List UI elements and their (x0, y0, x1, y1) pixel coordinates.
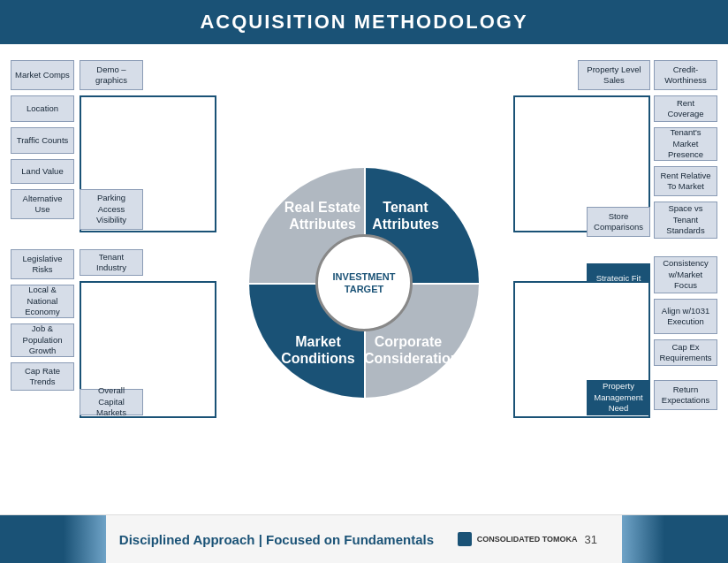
quadrant-tenant: TenantAttributes (366, 199, 445, 232)
box-rent-relative: Rent Relative To Market (654, 166, 717, 196)
box-traffic-counts: Traffic Counts (11, 127, 74, 154)
box-consistency: Consistency w/Market Focus (654, 256, 717, 293)
box-job-population: Job & Population Growth (11, 323, 74, 357)
circle-outer: Real EstateAttributes TenantAttributes M… (249, 168, 479, 398)
footer-tagline: Disciplined Approach | Focused on Fundam… (106, 532, 447, 547)
box-legislative-risks: Legislative Risks (11, 249, 74, 279)
box-local-national: Local & National Economy (11, 285, 74, 318)
box-overall-capital: Overall Capital Markets (80, 389, 143, 415)
footer-left-bar (0, 515, 106, 563)
box-market-comps: Market Comps (11, 60, 74, 90)
box-parking-access: Parking Access Visibility (80, 189, 143, 230)
box-location: Location (11, 95, 74, 122)
quadrant-market: MarketConditions (274, 333, 362, 367)
box-credit-worthiness: Credit- Worthiness (654, 60, 717, 90)
page-header: ACQUISITION METHODOLOGY (0, 0, 728, 44)
box-return-expectations: Return Expectations (654, 380, 717, 410)
logo-icon (458, 532, 472, 546)
footer-logo: CONSOLIDATED TOMOKA (447, 532, 578, 546)
box-rent-coverage: Rent Coverage (654, 95, 717, 122)
logo-text: CONSOLIDATED TOMOKA (477, 535, 578, 544)
main-diagram: Real EstateAttributes TenantAttributes M… (0, 44, 728, 521)
box-cap-ex: Cap Ex Requirements (654, 339, 717, 366)
box-tenants-market: Tenant's Market Presence (654, 127, 717, 161)
box-cap-rate-trends: Cap Rate Trends (11, 362, 74, 391)
quadrant-corporate: CorporateConsiderations (364, 333, 452, 367)
box-demo-graphics: Demo – graphics (80, 60, 143, 90)
box-tenant-industry: Tenant Industry (80, 249, 143, 276)
box-space-vs-tenant: Space vs Tenant Standards (654, 202, 717, 239)
footer-right-bar (622, 515, 728, 563)
footer: Disciplined Approach | Focused on Fundam… (0, 514, 728, 563)
box-store-comparisons: Store Comparisons (587, 207, 650, 237)
box-land-value: Land Value (11, 159, 74, 184)
quadrant-real-estate: Real EstateAttributes (283, 199, 362, 232)
box-property-level-sales: Property Level Sales (578, 60, 650, 90)
box-property-mgmt: Property Management Need (587, 380, 650, 415)
investment-circle: Real EstateAttributes TenantAttributes M… (249, 168, 479, 398)
investment-target-label: INVESTMENT TARGET (333, 270, 396, 296)
header-title: ACQUISITION METHODOLOGY (200, 11, 527, 33)
box-align-1031: Align w/1031 Execution (654, 299, 717, 334)
investment-target-center: INVESTMENT TARGET (315, 234, 413, 331)
page-number: 31 (585, 533, 610, 546)
box-alternative-use: Alternative Use (11, 189, 74, 219)
